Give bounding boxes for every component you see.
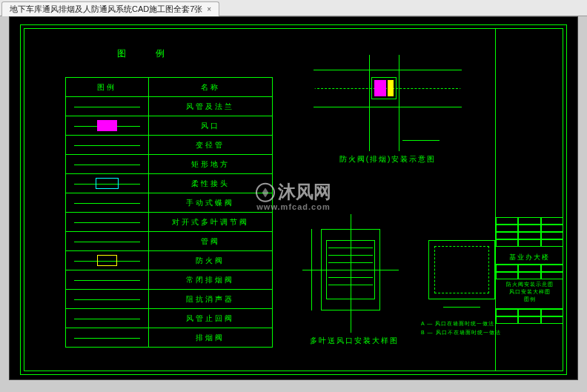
detail2-caption: 多叶送风口安装大样图 xyxy=(302,336,406,346)
legend-title: 图例 xyxy=(117,47,194,60)
table-row: 排烟阀 xyxy=(66,328,273,348)
tab-bar: 地下车库通风排烟及人防通风系统CAD施工图全套7张 × xyxy=(0,0,587,16)
table-row: 管阀 xyxy=(66,232,273,251)
project-name: 基业办大楼 xyxy=(496,247,563,265)
header-name: 名称 xyxy=(148,78,272,97)
header-symbol: 图例 xyxy=(66,78,149,97)
table-row: 风口 xyxy=(66,116,273,136)
table-row: 柔性接头 xyxy=(66,174,273,193)
table-row: 矩形地方 xyxy=(66,155,273,174)
table-row: 手动式蝶阀 xyxy=(66,193,273,213)
table-row: 风管止回阀 xyxy=(66,309,273,328)
detail-section: A — 风口在墙面时统一做法 B — 风口不在墙面时统一做法 xyxy=(421,233,506,351)
drawing-canvas[interactable]: 图例 图例 名称 风管及法兰 风口 变径管 矩形地方 柔性接头 手动式蝶阀 对开… xyxy=(9,16,578,380)
left-scrollbar[interactable] xyxy=(0,16,9,380)
table-row: 阻抗消声器 xyxy=(66,290,273,309)
table-row: 防火阀 xyxy=(66,251,273,270)
detail-fire-damper: 防火阀(排烟)安装示意图 xyxy=(314,55,462,181)
drawing-title: 防火阀安装示意图 风口安装大样图 图例 xyxy=(496,279,563,309)
title-block: 基业办大楼 防火阀安装示意图 风口安装大样图 图例 xyxy=(495,28,563,371)
drawing-border: 图例 图例 名称 风管及法兰 风口 变径管 矩形地方 柔性接头 手动式蝶阀 对开… xyxy=(20,24,567,375)
legend-table: 图例 名称 风管及法兰 风口 变径管 矩形地方 柔性接头 手动式蝶阀 对开式多叶… xyxy=(65,77,273,348)
table-row: 常闭排烟阀 xyxy=(66,270,273,290)
table-row: 风管及法兰 xyxy=(66,97,273,116)
bottom-scrollbar[interactable] xyxy=(0,380,587,392)
table-row: 对开式多叶调节阀 xyxy=(66,213,273,232)
detail1-caption: 防火阀(排烟)安装示意图 xyxy=(314,154,462,165)
table-row: 变径管 xyxy=(66,136,273,155)
table-header-row: 图例 名称 xyxy=(66,78,273,97)
note-b: B — 风口不在墙面时统一做法 xyxy=(421,329,501,336)
title-grid xyxy=(496,217,563,247)
right-scrollbar[interactable] xyxy=(578,16,587,380)
document-tab[interactable]: 地下车库通风排烟及人防通风系统CAD施工图全套7张 × xyxy=(1,1,219,16)
tab-title: 地下车库通风排烟及人防通风系统CAD施工图全套7张 xyxy=(10,4,202,15)
detail-air-outlet: 多叶送风口安装大样图 xyxy=(302,214,406,362)
close-icon[interactable]: × xyxy=(207,5,211,13)
note-a: A — 风口在墙面时统一做法 xyxy=(421,320,494,328)
